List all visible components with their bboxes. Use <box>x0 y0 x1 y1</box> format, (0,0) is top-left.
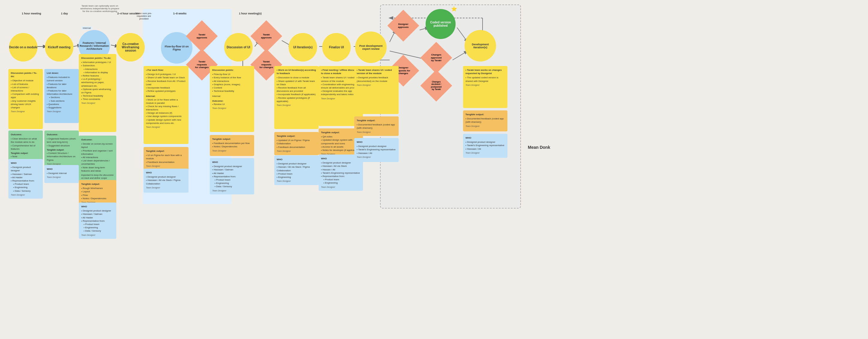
note-tangible-dev-iter: Tangible output: • Documented feedback (… <box>463 110 507 132</box>
diamond-taraki-approves-1-label: Tarakiapproves <box>191 25 213 48</box>
note-outcome-wireframe: Outcome: • Decide on screen-by-screen la… <box>79 136 116 186</box>
node-decide: Decide on a module <box>9 33 37 61</box>
note-outcome-kickoff: Outcome: • Organised features (short-ter… <box>44 131 79 168</box>
node-discussion-ui: Discussion of UI <box>224 33 253 61</box>
node-dev-iteration: Development Iteration(s) <box>465 30 496 61</box>
note-tangible-flow: Tangible output: • UI on Figma for each … <box>144 147 188 170</box>
timeline-1hour-meeting: 1 hour meeting(s) <box>235 12 265 15</box>
timeline-1day: 1 day <box>56 12 73 15</box>
note-tangible-iteration: Tangible output: • Updated UI on Figma /… <box>274 132 319 155</box>
node-post-dev: Post development expert review <box>355 31 386 63</box>
diamond-changes-approved-label: Changesapprovedby Taraki <box>425 47 447 69</box>
note-post-dev-detail: • Taraki team shares UI / coded version … <box>354 66 399 114</box>
timeline-taraki-prep: Taraki team can optionally work on wiref… <box>80 4 119 12</box>
node-finalize-ui: Finalize UI <box>322 33 351 61</box>
internal-label: Internal <box>82 26 92 30</box>
node-kickoff: Kickoff meeting <box>45 33 73 61</box>
note-kickoff-list: List down: • Features included in curren… <box>44 69 79 123</box>
diamond-designer-approves-label: Designerapproves <box>392 15 414 37</box>
canvas: 1 hour meeting 1 day Taraki team can opt… <box>0 0 868 339</box>
note-who-decide: WHO • Designist product designer • Hassa… <box>8 159 43 199</box>
node-ui-iteration: UI Iteration(s) <box>289 33 317 61</box>
note-flow-discussion: • For each flow: • Design hi-fi prototyp… <box>144 66 188 144</box>
note-decide-discussion: Discussion points / To-do: • Objective o… <box>8 69 43 129</box>
note-tangible-discussion: Tangible output: • Feedback documentatio… <box>210 135 254 156</box>
timeline-1-8weeks: 1–8 weeks <box>168 12 192 15</box>
note-who-post-dev: WHO • Designist product designer • Tarak… <box>354 138 399 162</box>
mean-donk-label: Mean Donk <box>528 145 550 150</box>
note-ui-iteration-detail: • Work on UI iteration(s) according to f… <box>274 66 319 129</box>
note-who-kickoff: WHO • Designist internal Team Designer <box>44 165 79 183</box>
note-discussion-ui: Discussion points: • Flow-by-flow UI • E… <box>210 66 254 132</box>
timeline-prereqs: Make sure pre-requisites are provided <box>132 12 156 20</box>
note-who-flow: WHO • Designist product designer • Hassa… <box>144 169 188 193</box>
note-who-dev-iter: WHO • Designist product designer • Tarak… <box>463 134 507 158</box>
note-dev-iteration-detail: • Taraki team works on changes requested… <box>463 66 507 108</box>
note-wireframe-discussion: Discussion points / To-do: • Information… <box>79 54 116 132</box>
node-cocreative: Co-creative Wireframing session <box>116 33 145 61</box>
timeline-1hour: 1 hour meeting <box>17 12 46 15</box>
diamond-changes-declined-label: Changesdeclined /postponedby Taraki <box>425 75 447 97</box>
node-coded-published: Coded version published ⭐ <box>426 9 456 39</box>
note-who-iteration: WHO • Designist product designer • Hassa… <box>274 156 319 185</box>
note-tangible-post-dev: Tangible output: • Documented feedback (… <box>354 116 399 136</box>
note-who-wireframe: WHO • Designist product designer • Hassa… <box>79 202 116 239</box>
diamond-taraki-approves-2-label: Tarakiapproves <box>255 25 278 48</box>
note-who-discussion: WHO • Designist product designer • Hassa… <box>210 158 254 194</box>
